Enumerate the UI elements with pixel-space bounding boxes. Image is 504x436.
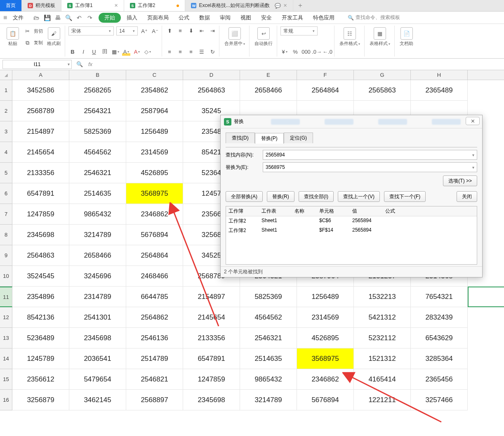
row-header[interactable]: 6	[0, 183, 12, 204]
row-header[interactable]: 15	[0, 369, 12, 390]
undo-icon[interactable]: ↶	[75, 14, 83, 21]
cell[interactable]: 3452586	[12, 80, 69, 101]
menu-feature[interactable]: 特色应用	[309, 13, 339, 23]
cell[interactable]: 4165414	[354, 369, 411, 390]
result-row[interactable]: 工作簿2Sheet1$C$62565894	[226, 216, 477, 226]
print-icon[interactable]: 🖶	[54, 14, 61, 21]
doc-assist-button[interactable]: 📄文档助	[398, 26, 415, 47]
close-icon[interactable]: ✕	[283, 3, 287, 8]
shrink-font-icon[interactable]: A⁻	[151, 27, 159, 35]
cond-format-button[interactable]: ☷条件格式	[338, 26, 362, 47]
cell[interactable]: 2568265	[69, 80, 126, 101]
merge-button[interactable]: ⬜合并居中	[223, 26, 247, 47]
cell[interactable]: 6543629	[411, 328, 468, 348]
menu-security[interactable]: 安全	[257, 13, 276, 23]
cell[interactable]: 8542136	[12, 307, 69, 328]
dialog-titlebar[interactable]: S 替换 ✕	[221, 115, 482, 128]
replace-input[interactable]: 3568975▾	[263, 162, 477, 172]
preview-icon[interactable]: 🔍	[65, 14, 72, 21]
justify-icon[interactable]: ☰	[198, 47, 206, 56]
menu-insert[interactable]: 插入	[122, 13, 141, 23]
row-header[interactable]: 8	[0, 225, 12, 245]
cell[interactable]: 1256489	[297, 287, 354, 307]
row-header[interactable]: 11	[0, 287, 12, 307]
cell[interactable]: 2468466	[126, 266, 183, 287]
font-size-select[interactable]: 14▾	[116, 26, 138, 36]
cell[interactable]: 4564562	[240, 307, 297, 328]
replace-all-button[interactable]: 全部替换(A)	[226, 191, 263, 202]
cell[interactable]: 5825369	[240, 287, 297, 307]
cell[interactable]: 2658466	[240, 80, 297, 101]
select-all-corner[interactable]: ◢	[0, 70, 12, 80]
cell[interactable]: 2345698	[69, 328, 126, 348]
cell[interactable]: 1245789	[12, 348, 69, 369]
cell[interactable]: 2314569	[126, 142, 183, 163]
row-header[interactable]: 5	[0, 163, 12, 183]
cell[interactable]: 1247859	[183, 369, 240, 390]
menu-data[interactable]: 数据	[195, 13, 214, 23]
tab-workbook2[interactable]: S工作簿2	[124, 0, 186, 11]
result-row[interactable]: 工作簿2Sheet1$F$142565894	[226, 226, 477, 235]
zoom-icon[interactable]: 🔍	[74, 60, 85, 69]
cell[interactable]: 9865432	[240, 369, 297, 390]
options-button[interactable]: 选项(T) >>	[443, 175, 477, 186]
cell[interactable]: 2832439	[411, 307, 468, 328]
cell[interactable]: 2568897	[126, 390, 183, 410]
row-header[interactable]: 9	[0, 245, 12, 266]
menu-view[interactable]: 视图	[236, 13, 255, 23]
align-mid-icon[interactable]: ≡	[176, 26, 184, 35]
close-button[interactable]: 关闭	[457, 191, 477, 202]
tab-templates[interactable]: D稻壳模板	[22, 0, 61, 11]
row-header[interactable]: 3	[0, 121, 12, 142]
cell[interactable]: 2354896	[12, 287, 69, 307]
col-header[interactable]: A	[12, 70, 69, 80]
cell[interactable]: 5232112	[354, 328, 411, 348]
align-left-icon[interactable]: ≡	[165, 47, 174, 56]
cell[interactable]: 2145654	[183, 307, 240, 328]
tab-find[interactable]: 查找(D)	[226, 133, 255, 143]
tab-workbook1[interactable]: S工作簿1✕	[61, 0, 124, 11]
cell[interactable]: 1521312	[354, 348, 411, 369]
find-next-button[interactable]: 查找下一个(F)	[384, 191, 426, 202]
cell[interactable]: 2314569	[297, 307, 354, 328]
close-icon[interactable]: ✕	[114, 3, 118, 8]
menu-develop[interactable]: 开发工具	[278, 13, 307, 23]
replace-button[interactable]: 替换(R)	[267, 191, 294, 202]
tab-goto[interactable]: 定位(G)	[284, 133, 313, 143]
grow-font-icon[interactable]: A⁺	[140, 27, 148, 35]
command-search[interactable]: 🔍查找命令、搜索模板	[348, 14, 400, 21]
menu-layout[interactable]: 页面布局	[143, 13, 173, 23]
find-prev-button[interactable]: 查找上一个(V)	[338, 191, 380, 202]
paste-button[interactable]: 📋粘贴	[5, 26, 21, 47]
row-header[interactable]: 16	[0, 390, 12, 410]
cell[interactable]: 3462145	[69, 390, 126, 410]
menu-review[interactable]: 审阅	[216, 13, 235, 23]
col-header[interactable]: E	[240, 70, 297, 80]
save-icon[interactable]: 💾	[43, 14, 51, 21]
border-icon[interactable]: 田	[101, 47, 109, 56]
indent-dec-icon[interactable]: ⇤	[198, 26, 206, 35]
menu-start[interactable]: 开始	[99, 13, 121, 23]
underline-icon[interactable]: U	[90, 47, 98, 56]
row-header[interactable]: 2	[0, 101, 12, 121]
cell[interactable]: 2568789	[12, 101, 69, 121]
cell[interactable]: 2546321	[69, 163, 126, 183]
align-center-icon[interactable]: ≡	[176, 47, 184, 56]
menu-formula[interactable]: 公式	[174, 13, 193, 23]
row-header[interactable]: 14	[0, 348, 12, 369]
italic-icon[interactable]: I	[79, 47, 87, 56]
fx-icon[interactable]: fx	[85, 60, 96, 69]
number-format-select[interactable]: 常规▾	[280, 26, 318, 36]
cell[interactable]: 2546136	[126, 328, 183, 348]
table-style-button[interactable]: ▦表格样式	[368, 26, 392, 47]
dec-dec-icon[interactable]: ←.0	[323, 47, 332, 56]
cell[interactable]: 4526895	[297, 328, 354, 348]
cell[interactable]: 4526895	[126, 163, 183, 183]
indent-inc-icon[interactable]: ⇥	[208, 26, 217, 35]
cell[interactable]: 3256879	[12, 390, 69, 410]
cell[interactable]: 5825369	[69, 121, 126, 142]
cell[interactable]: 2365489	[411, 80, 468, 101]
row-header[interactable]: 4	[0, 142, 12, 163]
cell[interactable]: 2356612	[12, 369, 69, 390]
redo-icon[interactable]: ↷	[86, 14, 94, 21]
